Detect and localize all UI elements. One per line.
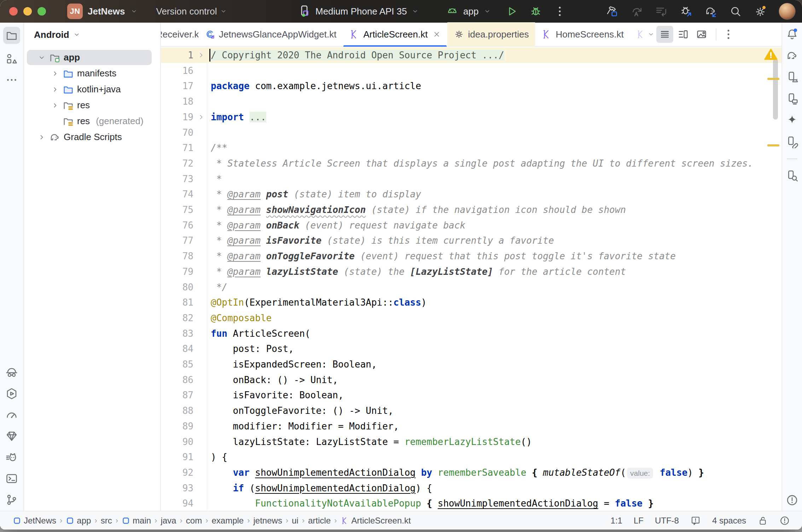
- preview-view-button[interactable]: [693, 26, 710, 43]
- more-actions-icon[interactable]: [553, 5, 566, 18]
- chevron-down-icon[interactable]: [483, 7, 491, 15]
- breadcrumb-item-jetnews[interactable]: jetnews: [254, 516, 282, 526]
- caret-position[interactable]: 1:1: [611, 516, 622, 526]
- line-number: 87: [161, 387, 193, 403]
- warning-stripe-mark[interactable]: [767, 78, 779, 80]
- breadcrumb-item-main[interactable]: main: [122, 516, 151, 526]
- hexagon-play-icon[interactable]: [5, 387, 18, 400]
- breadcrumb-item-com[interactable]: com: [186, 516, 202, 526]
- build-hammer-icon[interactable]: [605, 5, 618, 18]
- profiler-gauge-icon[interactable]: [5, 409, 18, 421]
- chevron-down-icon[interactable]: [37, 53, 46, 62]
- editor-scrollbar[interactable]: [773, 59, 778, 120]
- breadcrumb-separator: ›: [176, 516, 186, 525]
- rerun-tests-icon[interactable]: [630, 5, 643, 18]
- fold-marker-icon[interactable]: [197, 51, 205, 59]
- tab-bar-more-icon[interactable]: [722, 28, 735, 41]
- chevron-right-icon[interactable]: [37, 133, 46, 141]
- inspections-warning-icon[interactable]: [763, 47, 778, 62]
- breadcrumb-label: app: [77, 516, 91, 526]
- tree-item-kotlin-java[interactable]: kotlin+java: [24, 81, 160, 97]
- code-editor[interactable]: 1/ Copyright 2020 The Android Open Sourc…: [161, 47, 781, 511]
- attach-debugger-icon[interactable]: [680, 5, 692, 18]
- chevron-right-icon[interactable]: [51, 69, 59, 78]
- rollback-icon[interactable]: [655, 5, 668, 18]
- problems-icon[interactable]: [786, 494, 798, 507]
- settings-gear-icon[interactable]: [754, 5, 767, 18]
- close-tab-icon[interactable]: [432, 30, 441, 39]
- app-inspection-icon[interactable]: [5, 366, 18, 379]
- run-configuration-label[interactable]: app: [463, 6, 478, 17]
- notifications-bell-icon[interactable]: [786, 28, 798, 40]
- tree-item-gradle-scripts[interactable]: Gradle Scripts: [24, 129, 160, 145]
- gradle-sync-icon[interactable]: [704, 5, 717, 18]
- fold-marker-icon[interactable]: [197, 113, 205, 121]
- version-control-widget[interactable]: Version control: [156, 6, 228, 17]
- project-view-selector[interactable]: Android: [24, 23, 160, 47]
- tree-item-res[interactable]: res(generated): [24, 113, 160, 129]
- highlight-level-icon[interactable]: [779, 515, 790, 526]
- breadcrumb-item-jetnews[interactable]: JetNews: [13, 516, 56, 526]
- line-number: 94: [161, 496, 193, 511]
- list-view-button[interactable]: [656, 26, 673, 43]
- chevron-down-icon: [73, 31, 81, 39]
- device-explorer-icon[interactable]: [786, 135, 798, 148]
- more-tool-windows-icon[interactable]: [5, 74, 18, 86]
- chevron-right-icon[interactable]: [51, 101, 59, 110]
- editor-tab-receiver-kt[interactable]: Receiver.kt: [161, 22, 198, 46]
- kotlin-file-icon: [541, 29, 552, 40]
- line-separator[interactable]: LF: [634, 516, 644, 526]
- minimize-window-button[interactable]: [23, 7, 32, 16]
- user-avatar[interactable]: [779, 3, 796, 20]
- code-line-78: * @param onToggleFavorite (event) reques…: [211, 248, 676, 264]
- unlock-icon[interactable]: [757, 515, 768, 526]
- gradle-elephant-icon[interactable]: [786, 49, 798, 62]
- git-branch-icon[interactable]: [5, 493, 18, 506]
- inspection-notification-icon[interactable]: [690, 515, 701, 526]
- editor-zone: Receiver.ktJetnewsGlanceAppWidget.ktArti…: [161, 23, 781, 511]
- editor-tab-homescreens-kt[interactable]: HomeScreens.kt: [535, 22, 630, 46]
- tree-item-res[interactable]: res: [24, 97, 160, 113]
- editor-tab-articlescreen-kt[interactable]: ArticleScreen.kt: [343, 22, 447, 46]
- folderblue-icon: [63, 68, 74, 79]
- breadcrumb-item-src[interactable]: src: [101, 516, 112, 526]
- apk-analyzer-icon[interactable]: [786, 169, 798, 182]
- split-view-button[interactable]: [675, 26, 692, 43]
- running-devices-icon[interactable]: [786, 92, 798, 105]
- breadcrumb-item-article[interactable]: article: [308, 516, 331, 526]
- tree-item-app[interactable]: app: [24, 50, 160, 65]
- project-avatar: JN: [67, 4, 83, 19]
- hidden-tabs-dropdown-icon[interactable]: [647, 30, 655, 38]
- gemini-sparkle-icon[interactable]: [786, 114, 798, 127]
- breadcrumb-item-java[interactable]: java: [161, 516, 176, 526]
- gem-icon[interactable]: [5, 430, 18, 443]
- breadcrumb-item-articlescreen-kt[interactable]: ArticleScreen.kt: [341, 516, 411, 526]
- run-button[interactable]: [505, 5, 518, 18]
- breadcrumb-separator: ›: [56, 516, 66, 525]
- line-number: 73: [161, 171, 193, 187]
- breadcrumb-item-ui[interactable]: ui: [292, 516, 298, 526]
- search-everywhere-icon[interactable]: [729, 5, 742, 18]
- editor-tab-jetnewsglanceappwidget-kt[interactable]: JetnewsGlanceAppWidget.kt: [198, 22, 343, 46]
- breadcrumb-item-app[interactable]: app: [66, 516, 91, 526]
- code-line-92: var showUnimplementedActionDialog by rem…: [211, 465, 704, 480]
- chevron-right-icon[interactable]: [51, 85, 59, 94]
- breadcrumb-item-example[interactable]: example: [211, 516, 244, 526]
- tree-item-label: manifests: [77, 68, 116, 79]
- logcat-cat-icon[interactable]: [5, 451, 18, 464]
- warning-stripe-mark[interactable]: [767, 144, 779, 146]
- project-folder-icon[interactable]: [3, 27, 20, 44]
- zoom-window-button[interactable]: [37, 7, 46, 16]
- indent-config[interactable]: 4 spaces: [712, 516, 746, 526]
- device-manager-icon[interactable]: [786, 71, 798, 83]
- device-selector[interactable]: Medium Phone API 35: [298, 5, 419, 18]
- debug-button[interactable]: [529, 5, 542, 18]
- file-encoding[interactable]: UTF-8: [655, 516, 679, 526]
- close-window-button[interactable]: [9, 7, 18, 16]
- editor-tab-idea-properties[interactable]: idea.properties: [447, 22, 535, 46]
- resource-manager-icon[interactable]: [5, 52, 18, 65]
- widget-file-icon: [205, 29, 215, 40]
- tree-item-manifests[interactable]: manifests: [24, 65, 160, 81]
- terminal-icon[interactable]: [5, 472, 18, 485]
- project-widget[interactable]: JN JetNews: [67, 4, 138, 19]
